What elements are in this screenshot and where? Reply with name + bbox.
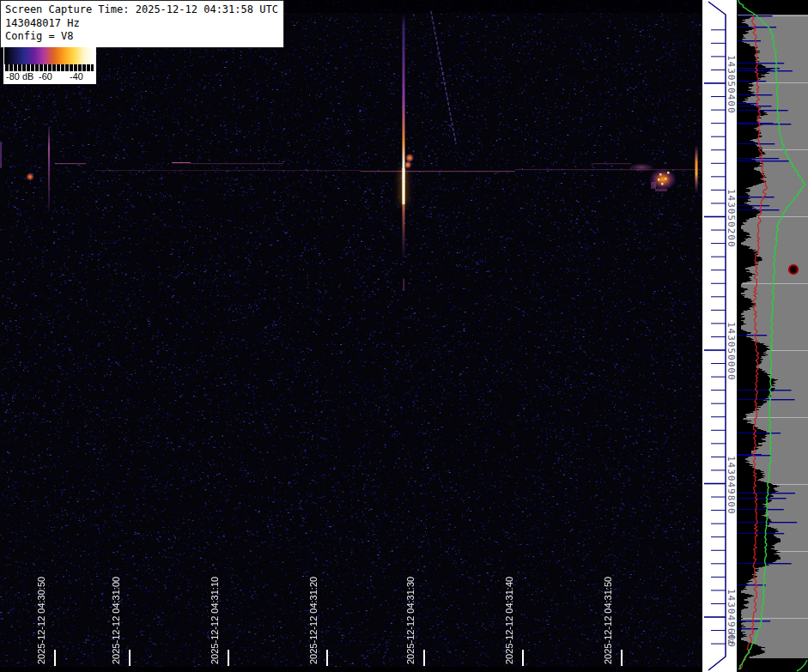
frequency-tick-label: 143050400 — [726, 55, 737, 114]
frequency-tick-label: 143050000 — [726, 322, 737, 381]
capture-time-text: Screen Capture Time: 2025-12-12 04:31:58… — [5, 3, 278, 17]
time-axis-label: 2025-12-12 04:31:50 — [603, 577, 613, 664]
time-axis-tick — [423, 650, 425, 666]
waterfall-spectrogram-canvas — [0, 0, 702, 672]
frequency-unit-label: Hz — [726, 633, 737, 645]
legend-label-max: -40 — [70, 71, 83, 82]
spectrogram-screen: 2025-12-12 04:30:502025-12-12 04:31:0020… — [0, 0, 808, 672]
time-axis-tick — [326, 650, 328, 666]
intensity-color-legend: -80 dB -60 -40 — [3, 46, 96, 84]
time-axis-tick — [621, 650, 623, 666]
time-axis-tick — [522, 650, 524, 666]
time-axis-tick — [54, 650, 56, 666]
colormap-gradient-bar — [4, 47, 94, 64]
time-axis-label: 2025-12-12 04:31:40 — [504, 577, 514, 664]
frequency-tick-label: 143050200 — [726, 189, 737, 248]
time-axis-label: 2025-12-12 04:31:30 — [405, 577, 416, 664]
frequency-tick-label: 143049800 — [726, 456, 737, 515]
config-text: Config = V8 — [5, 30, 278, 44]
legend-db-labels: -80 dB -60 -40 — [4, 71, 95, 83]
center-frequency-text: 143048017 Hz — [5, 17, 278, 31]
time-axis-tick — [129, 650, 131, 666]
time-axis-tick — [228, 650, 229, 666]
time-axis-label: 2025-12-12 04:31:00 — [111, 577, 121, 664]
legend-label-mid: -60 — [39, 71, 52, 82]
legend-tick-ruler — [4, 64, 94, 71]
time-axis-label: 2025-12-12 04:31:10 — [210, 577, 220, 664]
spectrum-graph-canvas — [737, 0, 808, 672]
legend-label-min: -80 dB — [6, 71, 33, 82]
time-axis-label: 2025-12-12 04:31:20 — [308, 577, 319, 664]
capture-info-box: Screen Capture Time: 2025-12-12 04:31:58… — [0, 0, 284, 48]
time-axis-label: 2025-12-12 04:30:50 — [36, 577, 46, 664]
frequency-axis: 1430504001430502001430500001430498001430… — [702, 0, 737, 672]
